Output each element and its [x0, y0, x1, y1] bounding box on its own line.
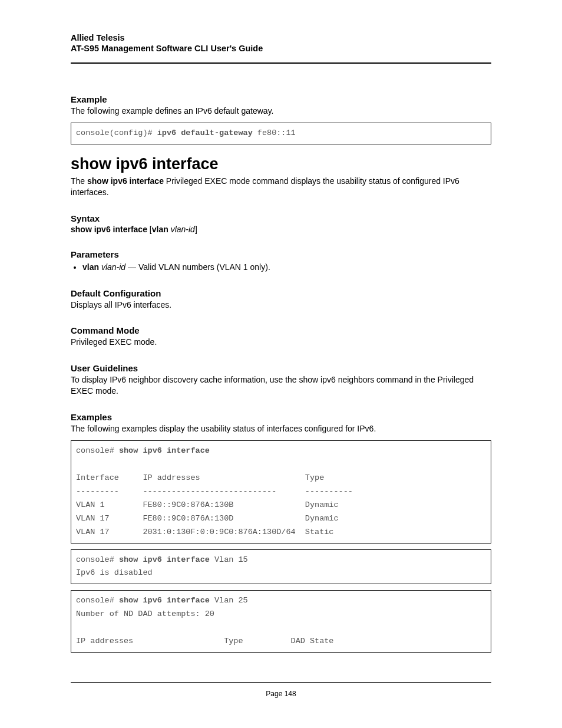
command-mode-text: Privileged EXEC mode.: [71, 337, 491, 348]
ug-bold: show ipv6 neighbors: [299, 375, 375, 384]
parameter-item: vlan vlan-id — Valid VLAN numbers (VLAN …: [82, 262, 491, 273]
examples-text: The following examples display the usabi…: [71, 423, 491, 434]
example-text: The following example defines an IPv6 de…: [71, 106, 491, 117]
syntax-bracket-open: [: [147, 225, 152, 234]
cb2-suffix: Vlan 15: [210, 555, 248, 564]
footer-rule: [71, 682, 491, 683]
syntax-vlan: vlan: [152, 225, 168, 234]
ug-pre: To display IPv6 neighbor discovery cache…: [71, 375, 299, 384]
command-title: show ipv6 interface: [71, 155, 491, 173]
page-number: Page 148: [71, 690, 491, 698]
example-heading: Example: [71, 94, 491, 104]
cb3-header: IP addresses Type DAD State: [76, 637, 333, 645]
param-bold: vlan: [82, 262, 99, 272]
examples-codebox-3: console# show ipv6 interface Vlan 25 Num…: [71, 590, 491, 653]
param-rest: — Valid VLAN numbers (VLAN 1 only).: [125, 262, 270, 272]
syntax-heading: Syntax: [71, 213, 491, 223]
cb3-line2: Number of ND DAD attempts: 20: [76, 610, 214, 618]
cb3-cmd: show ipv6 interface: [119, 596, 210, 605]
command-description: The show ipv6 interface Privileged EXEC …: [71, 176, 491, 198]
param-italic: vlan-id: [101, 262, 125, 272]
code-command: ipv6 default-gateway: [157, 129, 253, 137]
header-company: Allied Telesis: [71, 33, 491, 42]
syntax-bracket-close: ]: [195, 225, 197, 234]
cb2-prompt: console#: [76, 555, 119, 564]
default-config-text: Displays all IPv6 interfaces.: [71, 299, 491, 311]
parameters-list: vlan vlan-id — Valid VLAN numbers (VLAN …: [71, 262, 491, 273]
header-guide: AT-S95 Management Software CLI User's Gu…: [71, 44, 491, 53]
cb1-divider: --------- ---------------------------- -…: [76, 487, 353, 496]
header-rule: [71, 62, 491, 64]
syntax-vlanid: vlan-id: [171, 225, 195, 234]
cb1-prompt: console#: [76, 446, 119, 455]
parameters-heading: Parameters: [71, 249, 491, 259]
code-arg: fe80::11: [253, 129, 296, 137]
cb1-row3: VLAN 17 2031:0:130F:0:0:9C0:876A:130D/64…: [76, 528, 333, 536]
cb3-prompt: console#: [76, 596, 119, 605]
syntax-cmd: show ipv6 interface: [71, 225, 147, 234]
cb2-cmd: show ipv6 interface: [119, 555, 210, 564]
user-guidelines-heading: User Guidelines: [71, 363, 491, 373]
code-prompt: console(config)#: [76, 129, 157, 137]
desc-bold: show ipv6 interface: [87, 176, 164, 186]
page-container: Allied Telesis AT-S95 Management Softwar…: [0, 0, 562, 728]
examples-heading: Examples: [71, 412, 491, 422]
desc-pre: The: [71, 176, 87, 186]
user-guidelines-text: To display IPv6 neighbor discovery cache…: [71, 374, 491, 397]
cb1-header: Interface IP addresses Type: [76, 473, 324, 482]
examples-codebox-1: console# show ipv6 interface Interface I…: [71, 440, 491, 543]
default-config-heading: Default Configuration: [71, 288, 491, 298]
cb3-suffix: Vlan 25: [210, 596, 248, 605]
examples-codebox-2: console# show ipv6 interface Vlan 15 Ipv…: [71, 549, 491, 585]
command-mode-heading: Command Mode: [71, 325, 491, 335]
example-codebox: console(config)# ipv6 default-gateway fe…: [71, 123, 491, 144]
syntax-line: show ipv6 interface [vlan vlan-id]: [71, 225, 491, 234]
cb2-line2: Ipv6 is disabled: [76, 568, 153, 577]
cb1-cmd: show ipv6 interface: [119, 446, 210, 455]
cb1-row1: VLAN 1 FE80::9C0:876A:130B Dynamic: [76, 500, 339, 509]
cb1-row2: VLAN 17 FE80::9C0:876A:130D Dynamic: [76, 514, 339, 523]
